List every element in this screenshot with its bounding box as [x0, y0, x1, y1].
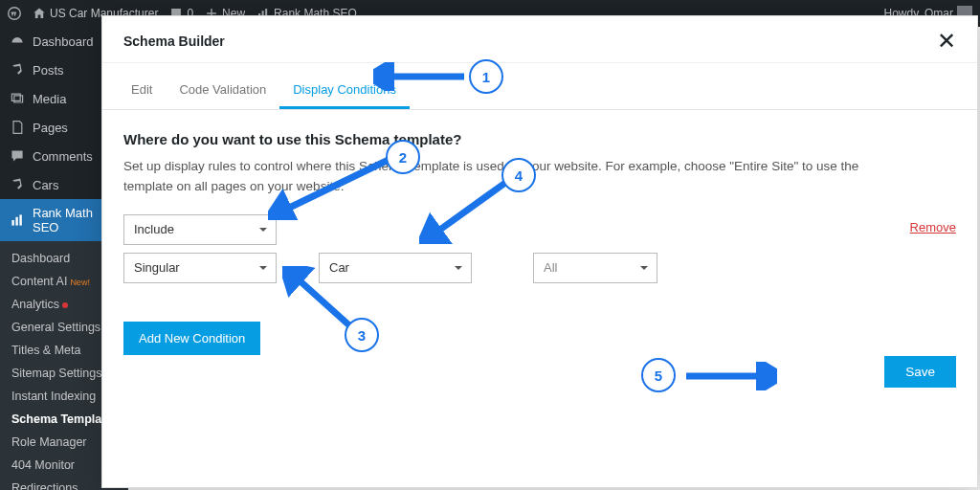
schema-builder-modal: Schema Builder ✕ Edit Code Validation Di… — [101, 15, 978, 488]
save-button[interactable]: Save — [884, 356, 956, 388]
singular-select[interactable]: Singular — [123, 253, 277, 283]
all-select[interactable]: All — [533, 253, 657, 283]
svg-rect-6 — [19, 214, 21, 225]
add-condition-button[interactable]: Add New Condition — [123, 322, 260, 355]
posttype-select[interactable]: Car — [319, 253, 472, 283]
remove-link[interactable]: Remove — [910, 220, 956, 234]
section-heading: Where do you want to use this Schema tem… — [123, 131, 956, 147]
tab-display-conditions[interactable]: Display Conditions — [279, 73, 410, 109]
wp-logo-icon[interactable] — [8, 7, 21, 20]
include-select[interactable]: Include — [123, 214, 277, 245]
update-dot-icon — [62, 302, 68, 308]
svg-rect-4 — [11, 220, 13, 226]
modal-tabs: Edit Code Validation Display Conditions — [102, 63, 977, 110]
modal-title: Schema Builder — [123, 33, 225, 49]
section-description: Set up display rules to control where th… — [123, 157, 870, 197]
svg-rect-5 — [15, 217, 17, 226]
tab-edit[interactable]: Edit — [118, 73, 166, 109]
close-icon[interactable]: ✕ — [937, 30, 956, 53]
tab-code-validation[interactable]: Code Validation — [166, 73, 279, 109]
